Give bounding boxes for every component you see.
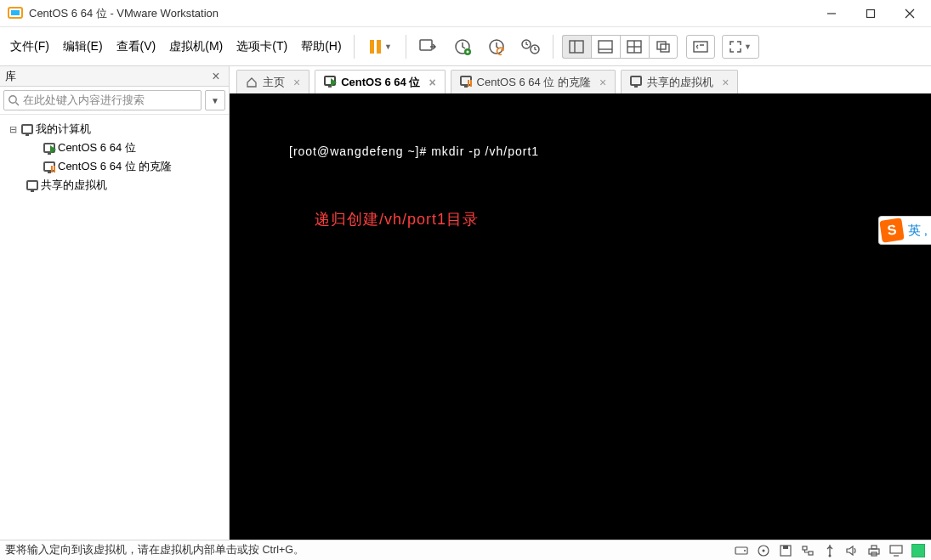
library-title: 库: [5, 69, 208, 84]
shared-vms-icon: [630, 76, 642, 88]
tree-node-my-computer[interactable]: ⊟ 我的计算机: [3, 120, 225, 139]
svg-rect-22: [661, 44, 669, 52]
ime-indicator[interactable]: S 英 ,: [878, 216, 931, 245]
tab-label: CentOS 6 64 位: [341, 75, 420, 90]
display-icon[interactable]: [888, 543, 904, 558]
view-quick-button[interactable]: [620, 35, 649, 59]
tab-close-button[interactable]: ×: [429, 76, 435, 89]
vm-running-icon: [324, 76, 336, 88]
status-message: 要将输入定向到该虚拟机，请在虚拟机内部单击或按 Ctrl+G。: [5, 543, 734, 557]
search-input[interactable]: 在此处键入内容进行搜索: [3, 90, 202, 110]
library-header: 库 ×: [0, 66, 229, 87]
send-input-button[interactable]: [413, 31, 444, 62]
menu-vm[interactable]: 虚拟机(M): [162, 34, 230, 59]
tree-node-vm-centos[interactable]: CentOS 6 64 位: [3, 139, 225, 157]
tree-node-shared-vms[interactable]: 共享的虚拟机: [3, 176, 225, 195]
svg-point-24: [9, 96, 16, 103]
svg-point-34: [829, 554, 832, 557]
home-icon: [246, 76, 258, 88]
sogou-icon: S: [879, 218, 904, 242]
view-unity-button[interactable]: [649, 35, 678, 59]
svg-line-25: [16, 103, 20, 106]
pause-button[interactable]: ▼: [361, 31, 399, 62]
network-icon[interactable]: [800, 543, 815, 558]
svg-rect-36: [871, 546, 877, 549]
vm-suspended-icon: [41, 161, 58, 172]
snapshot-button[interactable]: [447, 31, 478, 62]
window-title: CentOS 6 64 位 - VMware Workstation: [29, 6, 812, 21]
enter-fullscreen-button[interactable]: ▼: [722, 35, 759, 59]
tabbar: 主页 × CentOS 6 64 位 × CentOS 6 64 位 的克隆 ×…: [230, 66, 931, 93]
tab-shared-vms[interactable]: 共享的虚拟机 ×: [621, 70, 738, 93]
svg-rect-1: [11, 10, 20, 15]
tab-close-button[interactable]: ×: [722, 76, 729, 89]
svg-rect-16: [599, 41, 612, 53]
titlebar: CentOS 6 64 位 - VMware Workstation: [0, 0, 931, 27]
tab-label: 主页: [263, 75, 285, 90]
harddisk-icon[interactable]: [734, 543, 749, 558]
svg-rect-8: [420, 40, 432, 50]
menu-file[interactable]: 文件(F): [3, 34, 56, 59]
sidebar: 库 × 在此处键入内容进行搜索 ▼ ⊟ 我的计算机 CentOS 6 64 位 …: [0, 66, 230, 540]
tab-centos-clone[interactable]: CentOS 6 64 位 的克隆 ×: [451, 70, 616, 93]
printer-icon[interactable]: [866, 543, 882, 558]
vm-console[interactable]: [root@wangdefeng ~]# mkdir -p /vh/port1 …: [230, 93, 931, 540]
floppy-icon[interactable]: [778, 543, 793, 558]
view-single-button[interactable]: [562, 35, 591, 59]
shared-vms-icon: [24, 180, 41, 190]
svg-rect-32: [803, 546, 807, 550]
svg-rect-14: [570, 41, 583, 53]
svg-point-29: [763, 549, 765, 552]
close-button[interactable]: [890, 0, 929, 27]
computer-icon: [19, 124, 36, 134]
message-log-button[interactable]: [911, 543, 926, 558]
manage-snapshots-button[interactable]: [515, 31, 546, 62]
cdrom-icon[interactable]: [756, 543, 771, 558]
main-area: 库 × 在此处键入内容进行搜索 ▼ ⊟ 我的计算机 CentOS 6 64 位 …: [0, 66, 931, 540]
tab-label: 共享的虚拟机: [647, 75, 713, 90]
svg-rect-6: [370, 40, 374, 54]
fullscreen-console-button[interactable]: [686, 35, 715, 59]
usb-icon[interactable]: [822, 543, 837, 558]
minimize-button[interactable]: [812, 0, 851, 27]
separator: [553, 35, 553, 59]
maximize-button[interactable]: [851, 0, 890, 27]
svg-rect-38: [890, 546, 902, 553]
view-console-button[interactable]: [591, 35, 620, 59]
library-tree: ⊟ 我的计算机 CentOS 6 64 位 CentOS 6 64 位 的克隆 …: [0, 115, 229, 200]
svg-rect-7: [377, 40, 381, 54]
sound-icon[interactable]: [844, 543, 860, 558]
svg-rect-21: [657, 42, 666, 49]
vm-running-icon: [41, 143, 58, 153]
svg-point-27: [744, 550, 746, 552]
tree-label: CentOS 6 64 位: [58, 140, 136, 156]
app-icon: [7, 5, 24, 22]
search-row: 在此处键入内容进行搜索 ▼: [0, 87, 229, 115]
chevron-down-icon: ▼: [744, 42, 752, 51]
svg-rect-23: [694, 42, 707, 52]
menu-view[interactable]: 查看(V): [110, 34, 163, 59]
tab-home[interactable]: 主页 ×: [236, 70, 309, 93]
tree-label: 我的计算机: [36, 122, 91, 137]
view-mode-group: [562, 35, 678, 59]
content-area: 主页 × CentOS 6 64 位 × CentOS 6 64 位 的克隆 ×…: [230, 66, 931, 540]
annotation-text: 递归创建/vh/port1目录: [315, 209, 931, 229]
tab-close-button[interactable]: ×: [293, 76, 300, 89]
close-library-button[interactable]: ×: [208, 69, 224, 84]
search-filter-button[interactable]: ▼: [205, 90, 225, 110]
vm-suspended-icon: [460, 76, 472, 88]
menu-tabs[interactable]: 选项卡(T): [230, 34, 294, 59]
svg-rect-33: [809, 552, 813, 555]
terminal-line: [root@wangdefeng ~]# mkdir -p /vh/port1: [289, 144, 931, 158]
collapse-icon[interactable]: ⊟: [7, 124, 19, 135]
tab-centos[interactable]: CentOS 6 64 位 ×: [315, 70, 445, 93]
menu-edit[interactable]: 编辑(E): [56, 34, 110, 59]
revert-snapshot-button[interactable]: [481, 31, 512, 62]
tree-node-vm-centos-clone[interactable]: CentOS 6 64 位 的克隆: [3, 157, 225, 176]
svg-rect-35: [869, 549, 879, 554]
tree-label: CentOS 6 64 位 的克隆: [58, 159, 172, 174]
menu-help[interactable]: 帮助(H): [294, 34, 348, 59]
tab-close-button[interactable]: ×: [599, 76, 606, 89]
svg-rect-3: [867, 9, 875, 17]
separator: [406, 35, 406, 59]
